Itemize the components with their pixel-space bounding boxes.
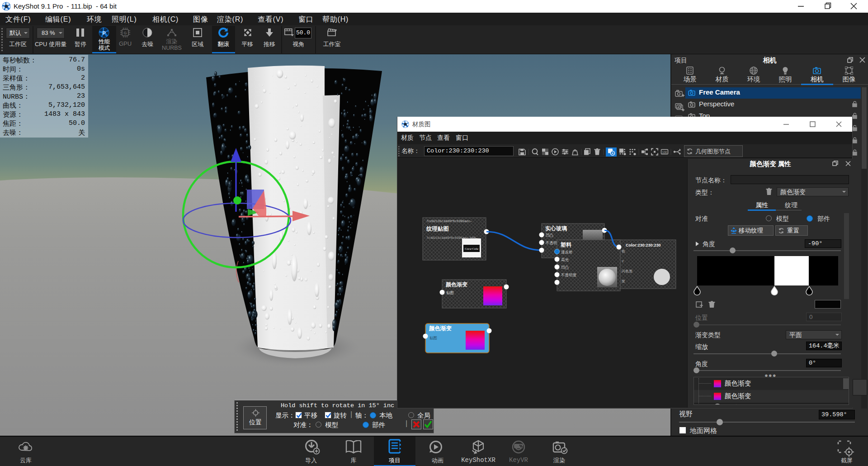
svg-text:闪色形: 闪色形 bbox=[622, 269, 632, 273]
svg-text:100: 100 bbox=[662, 151, 667, 154]
svg-text:纹理贴图: 纹理贴图 bbox=[426, 226, 449, 232]
svg-text:P: P bbox=[102, 30, 105, 36]
svg-text:颜色渐变: 颜色渐变 bbox=[445, 281, 467, 288]
svg-text:实心玻璃: 实心玻璃 bbox=[545, 225, 567, 232]
svg-text:颜色渐变: 颜色渐变 bbox=[429, 325, 452, 332]
svg-text:凹凸: 凹凸 bbox=[546, 233, 553, 238]
svg-text:Color:230:230:230: Color:230:230:230 bbox=[626, 243, 661, 247]
svg-text:Y: Y bbox=[622, 259, 624, 263]
svg-text:高光: 高光 bbox=[561, 257, 569, 262]
svg-text:坐: 坐 bbox=[621, 279, 625, 283]
svg-text:7ce92135c3a09f6c0395aec—: 7ce92135c3a09f6c0395aec— bbox=[426, 219, 472, 223]
svg-text:色: 色 bbox=[621, 249, 625, 253]
svg-text:漫反射: 漫反射 bbox=[561, 250, 573, 254]
svg-text:G: G bbox=[123, 31, 127, 35]
svg-text:Coca·Cola: Coca·Cola bbox=[465, 247, 479, 251]
svg-text:贴图: 贴图 bbox=[429, 336, 437, 340]
svg-text:凹凸: 凹凸 bbox=[561, 265, 569, 270]
svg-text:贴图: 贴图 bbox=[446, 290, 454, 295]
svg-text:不透明度: 不透明度 bbox=[561, 273, 577, 277]
svg-text:不透明: 不透明 bbox=[545, 241, 557, 245]
svg-text:塑料: 塑料 bbox=[560, 242, 572, 248]
